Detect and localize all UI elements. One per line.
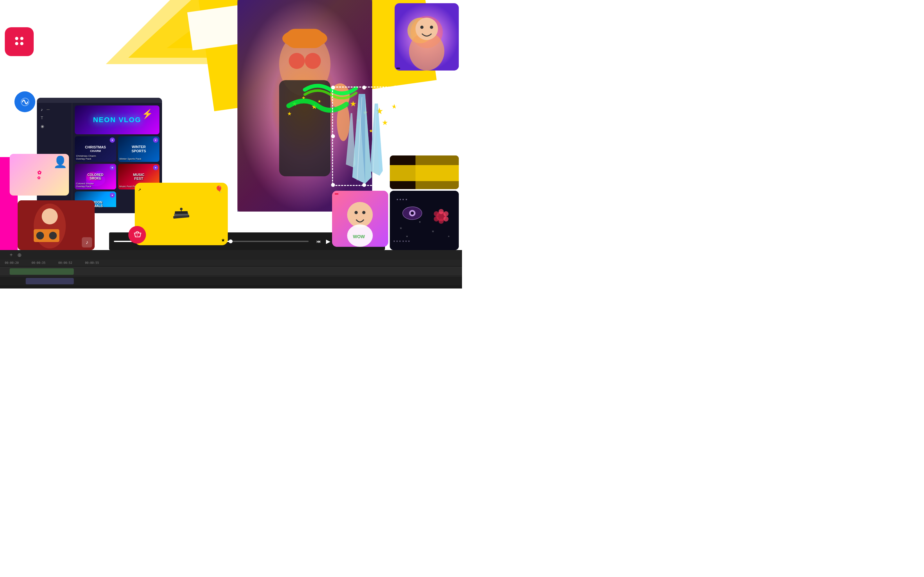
svg-point-68 bbox=[443, 211, 449, 216]
wishlist-icon-smoke[interactable]: ♥ bbox=[110, 165, 115, 170]
sidebar-item-all[interactable]: ♪ bbox=[37, 105, 72, 114]
arrow-icon: ↗ bbox=[138, 187, 141, 192]
play-button[interactable]: ▶ bbox=[325, 237, 332, 245]
add-track-button[interactable]: + bbox=[10, 252, 13, 258]
svg-text:★ ★ ★ ★ ★ ★: ★ ★ ★ ★ ★ ★ bbox=[393, 240, 410, 243]
svg-point-67 bbox=[439, 209, 444, 214]
svg-point-36 bbox=[36, 232, 44, 239]
svg-text:WOW: WOW bbox=[353, 234, 365, 239]
timeline-header: + ⊕ bbox=[0, 250, 462, 259]
svg-text:★: ★ bbox=[406, 235, 408, 238]
svg-point-72 bbox=[434, 211, 439, 216]
svg-point-12 bbox=[305, 53, 321, 69]
logo-dots bbox=[15, 37, 23, 45]
timeline-ruler: 00:00:20 00:00:35 00:00:52 00:00:55 bbox=[0, 259, 462, 266]
neon-vlog-title: NEON VLOG bbox=[93, 116, 141, 124]
all-badge bbox=[47, 109, 50, 110]
svg-point-70 bbox=[439, 219, 444, 224]
music-note-icon: ♪ bbox=[86, 239, 88, 245]
progress-thumb[interactable] bbox=[229, 239, 233, 243]
wishlist-icon-cartoon[interactable]: ♥ bbox=[110, 193, 115, 198]
ruler-mark-2: 00:00:35 bbox=[31, 261, 45, 264]
rewind-button[interactable]: ⏮ bbox=[315, 238, 322, 245]
svg-point-11 bbox=[289, 53, 305, 69]
timeline-track-1[interactable] bbox=[0, 267, 462, 276]
retro-style-card[interactable]: ♪ bbox=[18, 200, 95, 250]
es-logo[interactable] bbox=[5, 27, 34, 56]
text-icon: T bbox=[41, 116, 43, 120]
fx-badge-wow bbox=[334, 193, 338, 195]
film-icon: ◉ bbox=[41, 124, 44, 129]
svg-rect-10 bbox=[286, 29, 324, 48]
kpop-card[interactable]: ✿ ✿ 👤 bbox=[10, 154, 69, 195]
svg-point-34 bbox=[42, 208, 58, 224]
wishlist-icon-music[interactable]: ♥ bbox=[153, 165, 158, 170]
ruler-mark-1: 00:00:20 bbox=[5, 261, 19, 264]
svg-text:★: ★ bbox=[419, 221, 421, 223]
christmas-label: Christmas CharmOverlay Pack bbox=[76, 155, 96, 161]
svg-point-69 bbox=[443, 216, 449, 221]
add-to-cart-button[interactable]: + bbox=[128, 226, 146, 243]
effect-card-neon-vlog[interactable]: NEON VLOG ⚡ bbox=[75, 105, 160, 134]
svg-point-49 bbox=[180, 208, 183, 210]
svg-point-25 bbox=[420, 26, 423, 29]
svg-point-53 bbox=[355, 211, 358, 214]
winter-label: Winter Sports Pack bbox=[120, 157, 141, 161]
svg-point-65 bbox=[411, 211, 414, 215]
wishlist-icon-winter[interactable]: ♥ bbox=[153, 137, 158, 143]
book-stack-icon bbox=[172, 207, 191, 222]
ruler-mark-3: 00:00:52 bbox=[58, 261, 72, 264]
svg-text:★: ★ bbox=[399, 226, 402, 230]
book-club-card[interactable]: 🎈 ★ ↗ bbox=[135, 183, 228, 245]
smoke-label: Colored SmokeOverlay Pack bbox=[76, 182, 94, 188]
wishlist-icon-christmas[interactable]: ♥ bbox=[110, 137, 115, 143]
neon-bolt-icon: ⚡ bbox=[142, 109, 153, 119]
timeline-track-2[interactable] bbox=[0, 276, 462, 285]
circle-logo[interactable] bbox=[15, 91, 35, 112]
star-decoration: ★ bbox=[221, 237, 225, 243]
svg-point-26 bbox=[430, 26, 433, 29]
svg-rect-59 bbox=[415, 155, 459, 189]
sidebar-item-cinematic[interactable]: ◉ bbox=[37, 122, 72, 131]
fx-label-top-right bbox=[396, 68, 400, 69]
sidebar-item-abstract[interactable]: T bbox=[37, 114, 72, 122]
svg-text:★: ★ bbox=[447, 235, 450, 238]
svg-text:★ ★ ★ ★: ★ ★ ★ ★ bbox=[396, 198, 407, 201]
svg-text:+: + bbox=[136, 234, 138, 237]
top-right-photo-card bbox=[395, 3, 459, 71]
music-icon: ♪ bbox=[41, 107, 43, 112]
ruler-mark-4: 00:00:55 bbox=[85, 261, 99, 264]
svg-rect-48 bbox=[175, 211, 188, 214]
effect-card-colored-smoke[interactable]: ♥ Colored SmokeOverlay Pack COLOREDSMOKE bbox=[75, 164, 116, 189]
tarot-crystals-card[interactable]: ★ ★ ★ ★ ★ ★ ★ ★ ★ ★ ★ ★ ★ ★ ★ ✦ ✦ ✦ ✦ ✦ bbox=[390, 191, 459, 250]
zoom-button[interactable]: ⊕ bbox=[17, 252, 21, 258]
effect-card-winter[interactable]: WINTERSPORTS ♥ Winter Sports Pack bbox=[118, 136, 160, 162]
selection-box[interactable] bbox=[332, 87, 396, 186]
svg-point-54 bbox=[362, 211, 365, 214]
wow-kid-card[interactable]: WOW bbox=[332, 191, 388, 247]
graffiti-card[interactable] bbox=[390, 155, 459, 189]
timeline-area: + ⊕ 00:00:20 00:00:35 00:00:52 00:00:55 bbox=[0, 250, 462, 288]
svg-text:★: ★ bbox=[431, 229, 435, 233]
svg-point-37 bbox=[49, 232, 57, 239]
svg-point-52 bbox=[347, 202, 373, 227]
photo-card-inner bbox=[395, 3, 459, 71]
effect-card-christmas[interactable]: CHRISTMAS CHARM ♥ Christmas CharmOverlay… bbox=[75, 136, 116, 162]
svg-marker-43 bbox=[346, 113, 355, 168]
effects-panel-header bbox=[37, 98, 162, 103]
svg-point-24 bbox=[415, 18, 438, 40]
retro-music-icon: ♪ bbox=[82, 237, 92, 247]
kpop-inner: ✿ ✿ 👤 bbox=[34, 166, 45, 183]
balloon-icon: 🎈 bbox=[215, 185, 223, 193]
svg-point-71 bbox=[434, 216, 439, 221]
